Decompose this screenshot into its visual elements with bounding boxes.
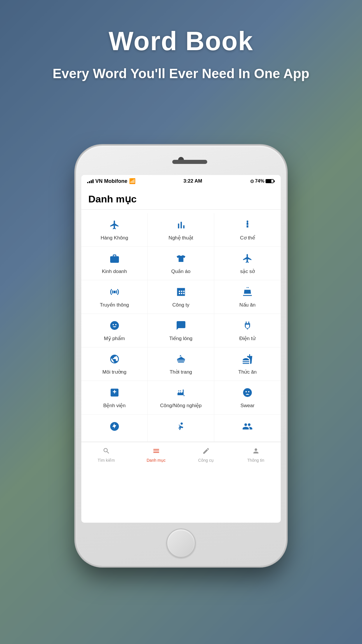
svg-point-1 (113, 291, 116, 293)
tab-item-0[interactable]: Tìm kiếm (81, 442, 131, 468)
category-item-12[interactable]: Môi trường (81, 347, 148, 381)
category-item-20[interactable] (214, 415, 281, 442)
category-icon-2 (242, 220, 253, 232)
category-item-18[interactable] (81, 415, 148, 442)
category-label-12: Môi trường (102, 369, 126, 375)
category-item-2[interactable]: Cơ thể (214, 213, 281, 247)
status-left: VN Mobifone 📶 (87, 178, 136, 184)
category-icon-15 (109, 387, 120, 400)
category-label-9: Mỹ phẩm (104, 335, 125, 342)
category-item-11[interactable]: Điện tử (214, 314, 281, 347)
category-icon-11 (242, 320, 253, 332)
phone-screen: VN Mobifone 📶 3:22 AM ⊙ 74% Danh mục (81, 175, 281, 523)
category-label-6: Truyền thông (100, 302, 129, 308)
svg-point-9 (248, 391, 249, 393)
category-item-13[interactable]: Thời trang (148, 347, 214, 381)
category-icon-19 (176, 421, 186, 433)
category-item-9[interactable]: Mỹ phẩm (81, 314, 148, 347)
category-item-19[interactable] (148, 415, 214, 442)
category-item-16[interactable]: Công/Nông nghiệp (148, 381, 214, 414)
phone-speaker (172, 160, 207, 164)
category-label-10: Tiếng lóng (169, 335, 192, 342)
category-label-3: Kinh doanh (102, 268, 127, 275)
category-item-5[interactable]: sặc sở (214, 247, 281, 280)
category-icon-3 (109, 253, 120, 265)
category-item-14[interactable]: Thức ăn (214, 347, 281, 381)
category-icon-9 (109, 320, 120, 332)
category-item-15[interactable]: Bệnh viện (81, 381, 148, 414)
status-bar: VN Mobifone 📶 3:22 AM ⊙ 74% (81, 175, 281, 187)
category-icon-0 (109, 220, 120, 232)
category-icon-13 (176, 354, 186, 366)
tab-item-3[interactable]: Thông tin (231, 442, 281, 468)
app-subtitle: Every Word You'll Ever Need In One App (0, 65, 362, 83)
category-item-17[interactable]: Swear (214, 381, 281, 414)
svg-rect-5 (177, 360, 185, 361)
tab-icon-3 (252, 447, 260, 457)
category-label-13: Thời trang (170, 369, 192, 375)
location-icon: ⊙ (250, 178, 254, 184)
category-grid: Hàng KhôngNghệ thuậtCơ thểKinh doanhQuần… (81, 213, 281, 442)
wifi-icon: 📶 (129, 178, 136, 184)
svg-point-3 (113, 324, 114, 326)
tab-item-1[interactable]: Danh mục (131, 442, 181, 468)
category-label-1: Nghệ thuật (168, 235, 193, 241)
battery-percent: 74% (255, 178, 264, 184)
tab-label-0: Tìm kiếm (98, 458, 115, 463)
category-item-7[interactable]: Công ty (148, 280, 214, 314)
category-icon-1 (176, 220, 186, 232)
svg-point-7 (243, 388, 252, 397)
category-label-0: Hàng Không (101, 235, 128, 241)
carrier-name: VN Mobifone (95, 178, 127, 184)
home-button[interactable] (166, 528, 196, 558)
page-title: Danh mục (88, 193, 274, 205)
category-item-1[interactable]: Nghệ thuật (148, 213, 214, 247)
svg-point-2 (110, 321, 119, 330)
category-label-2: Cơ thể (240, 235, 255, 241)
tab-icon-2 (202, 447, 210, 457)
app-title: Word Book (0, 26, 362, 56)
category-item-6[interactable]: Truyền thông (81, 280, 148, 314)
category-label-8: Nấu ăn (239, 302, 255, 308)
category-item-4[interactable]: Quần áo (148, 247, 214, 280)
tab-item-2[interactable]: Công cụ (181, 442, 231, 468)
category-label-17: Swear (240, 402, 254, 409)
category-label-4: Quần áo (171, 268, 191, 275)
app-header: Danh mục (81, 187, 281, 210)
category-item-0[interactable]: Hàng Không (81, 213, 148, 247)
category-icon-7 (176, 287, 186, 299)
category-icon-10 (176, 320, 186, 332)
header-area: Word Book Every Word You'll Ever Need In… (0, 26, 362, 83)
phone-mockup: VN Mobifone 📶 3:22 AM ⊙ 74% Danh mục (76, 146, 286, 566)
category-icon-12 (109, 354, 120, 366)
phone-shell: VN Mobifone 📶 3:22 AM ⊙ 74% Danh mục (76, 146, 286, 566)
category-label-7: Công ty (172, 302, 189, 308)
category-label-11: Điện tử (239, 335, 256, 342)
category-label-5: sặc sở (240, 268, 255, 275)
status-right: ⊙ 74% (250, 178, 275, 184)
svg-point-10 (180, 422, 183, 425)
category-label-15: Bệnh viện (103, 402, 126, 409)
tab-label-2: Công cụ (198, 458, 214, 463)
category-icon-14 (242, 354, 253, 366)
category-icon-5 (242, 253, 253, 265)
battery-indicator (266, 179, 275, 183)
category-icon-8 (242, 287, 253, 299)
svg-point-0 (247, 220, 248, 222)
tab-bar: Tìm kiếmDanh mụcCông cụThông tin (81, 442, 281, 468)
category-icon-20 (242, 421, 253, 433)
category-icon-18 (109, 421, 120, 433)
category-item-3[interactable]: Kinh doanh (81, 247, 148, 280)
category-icon-4 (176, 253, 186, 265)
category-item-10[interactable]: Tiếng lóng (148, 314, 214, 347)
category-icon-16 (176, 387, 186, 400)
tab-label-1: Danh mục (147, 458, 166, 463)
svg-rect-6 (178, 362, 184, 363)
tab-icon-1 (152, 447, 160, 457)
svg-point-4 (115, 324, 117, 326)
tab-label-3: Thông tin (247, 458, 264, 463)
signal-bars (87, 179, 94, 183)
category-icon-6 (109, 287, 120, 299)
category-label-16: Công/Nông nghiệp (160, 402, 201, 409)
category-item-8[interactable]: Nấu ăn (214, 280, 281, 314)
